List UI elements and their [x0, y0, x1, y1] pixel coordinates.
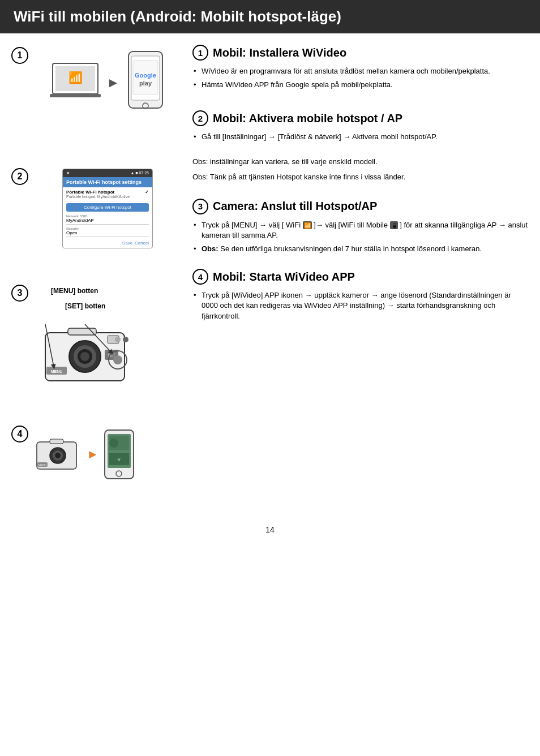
- step1-left: 1 📶: [11, 45, 181, 132]
- svg-text:MENU: MENU: [38, 463, 47, 467]
- step4-title: 4 Mobil: Starta WiVideo APP: [192, 269, 529, 285]
- wifi-inline-icon: 📶: [303, 221, 312, 229]
- step1-circle: 1: [192, 45, 208, 61]
- step1-illustration: 📶 ►: [34, 45, 181, 132]
- svg-text:MENU: MENU: [51, 370, 63, 373]
- step4-left: 4 MENU ►: [11, 423, 181, 486]
- step2-right-section: 2 Mobil: Aktivera mobile hotspot / AP Gå…: [192, 110, 529, 187]
- step3-illustration: [MENU] botten [SET] botten: [34, 282, 181, 401]
- svg-rect-31: [50, 439, 63, 444]
- phone-wivideo-icon: W: [104, 429, 135, 480]
- svg-point-30: [55, 453, 61, 458]
- svg-rect-3: [50, 94, 101, 97]
- step4-number: 4: [11, 426, 28, 443]
- svg-point-37: [109, 439, 118, 448]
- step4-circle: 4: [192, 269, 208, 285]
- camera-small-icon: MENU: [34, 436, 82, 473]
- step3-bullets: Tryck på [MENU] → välj [ WiFi 📶 ]→ välj …: [192, 220, 529, 255]
- svg-text:📶: 📶: [68, 71, 83, 84]
- step4-bullet1: Tryck på [WiVideo] APP ikonen → upptäck …: [192, 290, 529, 321]
- android-action-buttons: Save Cancel: [63, 238, 152, 248]
- step1-title: 1 Mobil: Installera WiVideo: [192, 45, 529, 61]
- step1-bullet2: Hämta WiVideo APP från Google spela på m…: [192, 80, 529, 90]
- step3-title: 3 Camera: Anslut till Hotspot/AP: [192, 199, 529, 214]
- step2-obs1: Obs: inställningar kan variera, se till …: [192, 156, 529, 167]
- svg-text:W: W: [117, 458, 120, 461]
- step4-bullets: Tryck på [WiVideo] APP ikonen → upptäck …: [192, 290, 529, 321]
- step1-image: 📶 ►: [34, 45, 181, 132]
- step2-illustration: ★ ▲ ■ 07:25 Portable Wi-Fi hotspot setti…: [34, 166, 181, 260]
- android-settings-mockup: ★ ▲ ■ 07:25 Portable Wi-Fi hotspot setti…: [62, 169, 153, 248]
- left-column: 1 📶: [11, 45, 181, 502]
- camera-illustration: MENU SET: [34, 316, 147, 389]
- mobile-inline-icon: 📱: [390, 221, 398, 229]
- step2-obs2: Obs: Tänk på att tjänsten Hotspot kanske…: [192, 171, 529, 183]
- set-label: [SET] botten: [65, 300, 105, 311]
- svg-point-14: [80, 352, 89, 361]
- step3-number: 3: [11, 285, 28, 302]
- right-column: 1 Mobil: Installera WiVideo WiVideo är e…: [181, 45, 529, 502]
- step3-right-section: 3 Camera: Anslut till Hotspot/AP Tryck p…: [192, 199, 529, 258]
- step2-circle: 2: [192, 110, 208, 126]
- phone-with-google-play: Google play: [126, 50, 165, 115]
- step3-bullet2: Obs: Se den utförliga bruksanvisningen d…: [192, 244, 529, 254]
- android-item1: Portable Wi-Fi hotspot ✓ Portable hotspo…: [63, 187, 152, 201]
- menu-label: [MENU] botten: [51, 285, 98, 295]
- step4-arrow-icon: ►: [87, 447, 99, 462]
- step3-circle: 3: [192, 199, 208, 214]
- laptop-icon: 📶: [50, 61, 101, 105]
- step1-number: 1: [11, 47, 28, 64]
- step2-number: 2: [11, 168, 28, 185]
- step4-image: MENU ► W: [34, 423, 181, 486]
- step2-title: 2 Mobil: Aktivera mobile hotspot / AP: [192, 110, 529, 126]
- svg-point-22: [113, 355, 122, 364]
- step2-bullets: Gå till [Inställningar] → [Trådlöst & nä…: [192, 132, 529, 142]
- step3-bullet1: Tryck på [MENU] → välj [ WiFi 📶 ]→ välj …: [192, 220, 529, 240]
- step4-right-section: 4 Mobil: Starta WiVideo APP Tryck på [Wi…: [192, 269, 529, 325]
- svg-text:Google: Google: [135, 72, 156, 79]
- step4-illustration: MENU ► W: [34, 423, 181, 486]
- android-configure-btn: Configure Wi-Fi hotspot: [66, 203, 149, 212]
- step2-left: 2 ★ ▲ ■ 07:25 Portable Wi-Fi hotspot set…: [11, 166, 181, 260]
- svg-point-24: [115, 337, 121, 342]
- step1-bullet1: WiVideo är en programvara för att anslut…: [192, 66, 529, 76]
- step3-image: [MENU] botten [SET] botten: [34, 282, 181, 401]
- android-title-bar: ★ ▲ ■ 07:25: [63, 169, 152, 177]
- svg-text:📶: 📶: [304, 222, 311, 229]
- step1-bullets: WiVideo är en programvara för att anslut…: [192, 66, 529, 90]
- svg-text:play: play: [139, 80, 152, 87]
- android-header: Portable Wi-Fi hotspot settings: [63, 177, 152, 187]
- android-security-field: Security Open: [63, 226, 152, 238]
- android-ssid-field: Network SSID MyAndroidAP: [63, 213, 152, 226]
- android-cancel-btn: Cancel: [135, 240, 149, 246]
- page-number: 14: [0, 514, 540, 540]
- step3-left: 3 [MENU] botten [SET] botten: [11, 282, 181, 401]
- step2-image: ★ ▲ ■ 07:25 Portable Wi-Fi hotspot setti…: [34, 166, 181, 260]
- svg-text:📱: 📱: [391, 222, 397, 229]
- step1-right-section: 1 Mobil: Installera WiVideo WiVideo är e…: [192, 45, 529, 93]
- step2-bullet1: Gå till [Inställningar] → [Trådlöst & nä…: [192, 132, 529, 142]
- svg-point-23: [123, 337, 128, 342]
- page-header: WiFi till mobilen (Android: Mobilt hotsp…: [0, 0, 540, 33]
- android-save-btn: Save: [122, 240, 132, 246]
- main-content: 1 📶: [0, 33, 540, 514]
- arrow-right-icon: ►: [106, 75, 120, 91]
- header-title: WiFi till mobilen (Android: Mobilt hotsp…: [14, 8, 341, 25]
